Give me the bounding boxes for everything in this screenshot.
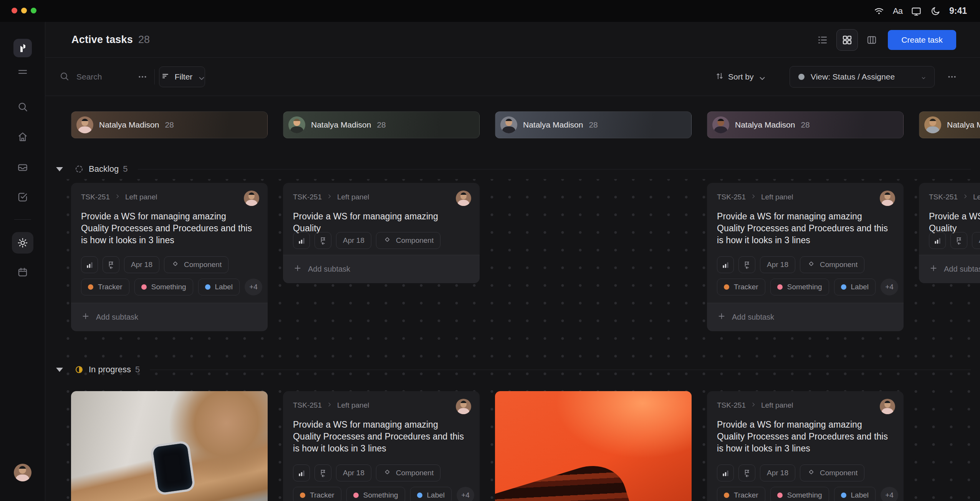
due-date-chip[interactable]: Apr 18 <box>124 256 159 273</box>
sidebar-calendar-button[interactable] <box>17 266 28 278</box>
board-view-button[interactable] <box>861 29 882 51</box>
component-chip[interactable]: Component <box>164 256 228 273</box>
task-card[interactable]: TSK-251 Left panel Provide a WS for mana… <box>919 183 980 283</box>
sidebar-tasks-button[interactable] <box>17 191 28 203</box>
add-subtask-button[interactable]: Add subtask <box>71 303 268 331</box>
milestone-chip[interactable] <box>738 256 755 273</box>
priority-chip[interactable] <box>717 256 734 273</box>
due-date-chip[interactable]: Apr 18 <box>972 232 980 249</box>
collapse-triangle-icon[interactable] <box>56 167 63 171</box>
priority-chip[interactable] <box>293 232 310 249</box>
milestone-chip[interactable] <box>103 256 119 273</box>
task-card[interactable]: TSK-251 Left panel Provide a WS for mana… <box>283 183 480 283</box>
grid-view-button-active[interactable] <box>836 29 858 51</box>
priority-chip[interactable] <box>81 256 98 273</box>
milestone-chip[interactable] <box>738 465 755 481</box>
sidebar-inbox-button[interactable] <box>17 162 28 173</box>
milestone-chip[interactable] <box>315 232 331 249</box>
window-controls[interactable] <box>12 8 36 13</box>
minimize-window-button[interactable] <box>21 8 27 13</box>
task-card-photo[interactable] <box>71 391 268 501</box>
task-card[interactable]: TSK-251 Left panel Provide a WS for mana… <box>283 391 480 501</box>
milestone-chip[interactable] <box>950 232 967 249</box>
task-assignee-avatar[interactable] <box>244 191 259 206</box>
task-card[interactable]: TSK-251 Left panel Provide a WS for mana… <box>707 391 904 501</box>
assignee-column-header[interactable]: Natalya Madison 28 <box>71 111 268 138</box>
tag-something[interactable]: Something <box>770 279 829 295</box>
sort-icon <box>715 71 724 83</box>
task-card-photo[interactable] <box>495 391 692 501</box>
app-logo[interactable] <box>13 39 32 57</box>
due-date-chip[interactable]: Apr 18 <box>336 232 371 249</box>
milestone-chip[interactable] <box>315 465 331 481</box>
priority-chip[interactable] <box>293 465 310 481</box>
priority-chip[interactable] <box>717 465 734 481</box>
component-chip[interactable]: Component <box>800 256 864 273</box>
task-assignee-avatar[interactable] <box>456 191 471 206</box>
assignee-avatar <box>76 116 93 133</box>
tag-tracker[interactable]: Tracker <box>717 487 765 501</box>
tag-something[interactable]: Something <box>134 279 193 295</box>
due-date-chip[interactable]: Apr 18 <box>336 465 371 481</box>
in-progress-status-icon <box>74 365 84 374</box>
tag-label[interactable]: Label <box>834 279 876 295</box>
list-view-button[interactable] <box>812 29 833 51</box>
tag-something[interactable]: Something <box>346 487 405 501</box>
assignee-column-header[interactable]: Natalya Madison 28 <box>919 111 980 138</box>
assignee-column-header[interactable]: Natalya Madison 28 <box>283 111 480 138</box>
task-breadcrumb: Left panel <box>337 401 369 410</box>
component-chip[interactable]: Component <box>376 465 440 481</box>
sort-by-button[interactable]: Sort by <box>715 58 764 96</box>
due-date-chip[interactable]: Apr 18 <box>760 465 795 481</box>
wifi-icon <box>874 6 884 17</box>
priority-chip[interactable] <box>929 232 946 249</box>
tag-tracker[interactable]: Tracker <box>81 279 129 295</box>
assignee-column-header[interactable]: Natalya Madison 28 <box>707 111 904 138</box>
chevron-down-icon <box>920 74 927 80</box>
view-more-button[interactable] <box>947 72 957 82</box>
user-avatar[interactable] <box>14 464 31 481</box>
tag-tracker[interactable]: Tracker <box>717 279 765 295</box>
sidebar-home-button[interactable] <box>17 131 28 143</box>
task-assignee-avatar[interactable] <box>880 191 895 206</box>
sidebar-search-button[interactable] <box>17 101 28 113</box>
collapse-triangle-icon[interactable] <box>56 368 63 372</box>
tag-label[interactable]: Label <box>198 279 240 295</box>
chevron-right-icon <box>326 401 333 410</box>
task-card[interactable]: TSK-251 Left panel Provide a WS for mana… <box>707 183 904 331</box>
chevron-right-icon <box>114 193 121 201</box>
search-input[interactable] <box>76 72 142 81</box>
more-tags-button[interactable]: +4 <box>881 487 898 501</box>
view-selector-button[interactable]: View: Status / Assignee <box>790 66 935 88</box>
create-task-button[interactable]: Create task <box>888 30 956 50</box>
add-subtask-button[interactable]: Add subtask <box>707 303 904 331</box>
sidebar-theme-button-active[interactable] <box>12 232 33 254</box>
due-date-chip[interactable]: Apr 18 <box>760 256 795 273</box>
close-window-button[interactable] <box>12 8 17 13</box>
tag-label[interactable]: Label <box>410 487 452 501</box>
tag-tracker[interactable]: Tracker <box>293 487 341 501</box>
view-label: View: Status / Assignee <box>811 72 895 81</box>
task-id: TSK-251 <box>293 193 322 201</box>
filter-button[interactable]: Filter <box>159 66 205 87</box>
add-subtask-button[interactable]: Add subtask <box>283 255 480 283</box>
menu-toggle-button[interactable] <box>17 66 28 78</box>
task-card[interactable]: TSK-251 Left panel Provide a WS for mana… <box>71 183 268 331</box>
assignee-column-header[interactable]: Natalya Madison 28 <box>495 111 692 138</box>
task-breadcrumb: Left panel <box>761 193 793 201</box>
component-chip[interactable]: Component <box>800 465 864 481</box>
component-chip[interactable]: Component <box>376 232 440 249</box>
task-assignee-avatar[interactable] <box>456 399 471 414</box>
assignee-count: 28 <box>801 120 809 129</box>
tag-color-dot <box>777 284 783 290</box>
more-tags-button[interactable]: +4 <box>245 279 262 295</box>
task-assignee-avatar[interactable] <box>880 399 895 414</box>
more-tags-button[interactable]: +4 <box>881 279 898 295</box>
due-date-label: Apr 18 <box>131 260 152 269</box>
tag-label[interactable]: Label <box>834 487 876 501</box>
search-more-button[interactable] <box>137 72 147 82</box>
more-tags-button[interactable]: +4 <box>457 487 474 501</box>
zoom-window-button[interactable] <box>31 8 36 13</box>
add-subtask-button[interactable]: Add subtask <box>919 255 980 283</box>
tag-something[interactable]: Something <box>770 487 829 501</box>
